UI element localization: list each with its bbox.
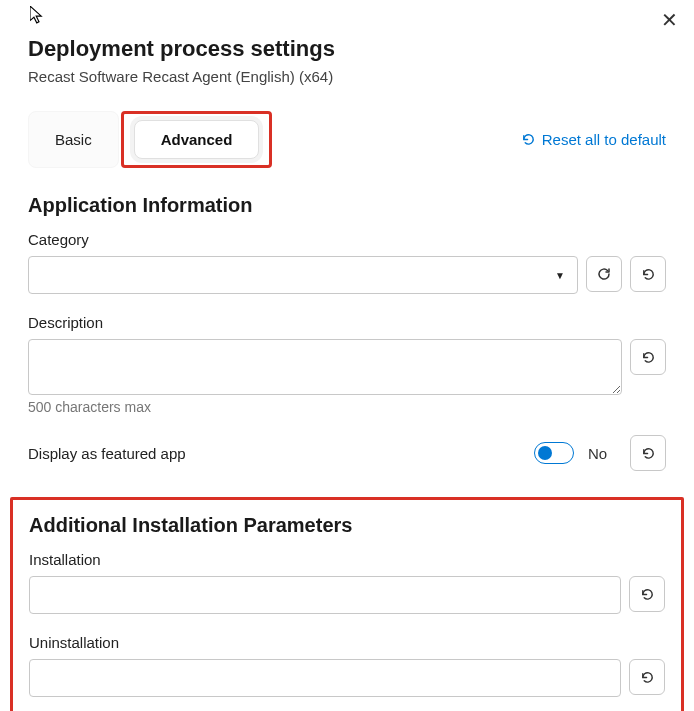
toggle-knob — [538, 446, 552, 460]
highlight-advanced-tab: Advanced — [121, 111, 273, 168]
refresh-icon — [596, 266, 612, 282]
uninstallation-reset-button[interactable] — [629, 659, 665, 695]
reset-all-label: Reset all to default — [542, 131, 666, 148]
undo-icon — [521, 132, 536, 147]
description-textarea[interactable] — [28, 339, 622, 395]
reset-all-button[interactable]: Reset all to default — [521, 131, 666, 148]
category-refresh-button[interactable] — [586, 256, 622, 292]
undo-icon — [640, 587, 655, 602]
close-icon: ✕ — [661, 9, 678, 31]
undo-icon — [641, 350, 656, 365]
installation-reset-button[interactable] — [629, 576, 665, 612]
uninstallation-label: Uninstallation — [29, 634, 665, 651]
description-label: Description — [28, 314, 666, 331]
description-reset-button[interactable] — [630, 339, 666, 375]
featured-app-reset-button[interactable] — [630, 435, 666, 471]
highlight-additional-parameters: Additional Installation Parameters Insta… — [10, 497, 684, 711]
category-reset-button[interactable] — [630, 256, 666, 292]
featured-app-label: Display as featured app — [28, 445, 524, 462]
description-helper: 500 characters max — [28, 399, 666, 415]
installation-input[interactable] — [29, 576, 621, 614]
installation-label: Installation — [29, 551, 665, 568]
uninstallation-input[interactable] — [29, 659, 621, 697]
tab-group: Basic Advanced — [28, 111, 272, 168]
category-label: Category — [28, 231, 666, 248]
featured-app-value: No — [588, 445, 616, 462]
section-additional-parameters: Additional Installation Parameters — [29, 514, 665, 537]
undo-icon — [641, 446, 656, 461]
close-button[interactable]: ✕ — [661, 10, 678, 30]
tab-basic[interactable]: Basic — [28, 111, 119, 168]
undo-icon — [640, 670, 655, 685]
page-subtitle: Recast Software Recast Agent (English) (… — [28, 68, 666, 85]
tab-advanced[interactable]: Advanced — [134, 120, 260, 159]
featured-app-toggle[interactable] — [534, 442, 574, 464]
section-application-information: Application Information — [28, 194, 666, 217]
undo-icon — [641, 267, 656, 282]
category-select[interactable] — [28, 256, 578, 294]
page-title: Deployment process settings — [28, 36, 666, 62]
